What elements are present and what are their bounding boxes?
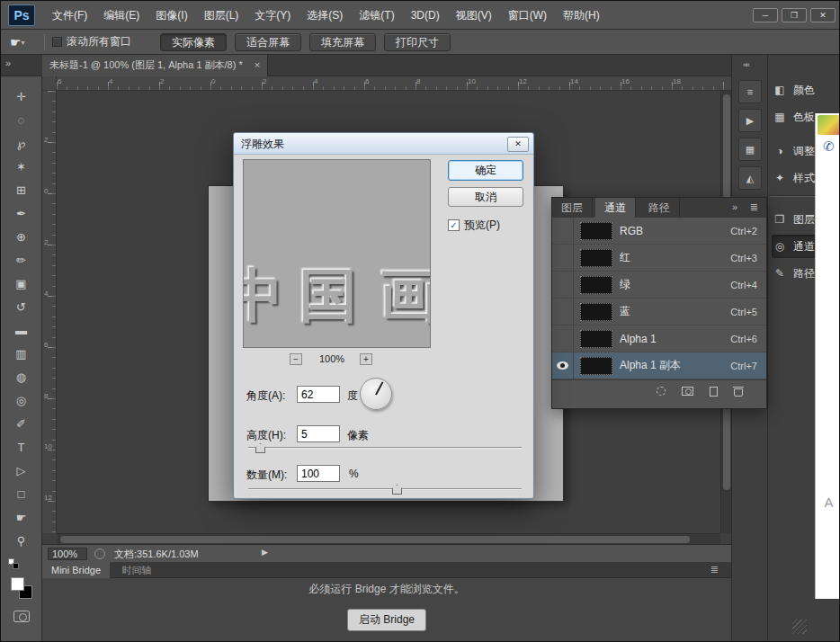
panel-collapse-icon[interactable]: » [732, 201, 737, 212]
menu-select[interactable]: 选择(S) [299, 1, 351, 30]
tab-close-icon[interactable]: × [255, 59, 260, 70]
visibility-toggle[interactable] [552, 272, 574, 299]
phone-icon[interactable]: ✆ [816, 138, 840, 155]
hand-tool-preset-icon[interactable]: ☛▾ [10, 35, 37, 49]
marquee-tool[interactable]: ◌ [10, 109, 33, 132]
healing-brush-tool[interactable]: ⊕ [10, 226, 33, 249]
status-options-arrow-icon[interactable]: ▶ [262, 548, 268, 557]
launch-bridge-button[interactable]: 启动 Bridge [347, 609, 426, 631]
scroll-all-windows-option[interactable]: 滚动所有窗口 [52, 34, 131, 49]
rectangle-tool[interactable]: □ [10, 483, 33, 506]
height-slider[interactable] [248, 442, 522, 453]
preview-checkbox[interactable]: ✓ [448, 219, 460, 231]
channel-row-rgb[interactable]: RGB Ctrl+2 [552, 218, 766, 245]
menu-type[interactable]: 文字(Y) [246, 1, 299, 30]
zoom-tool[interactable]: ⚲ [10, 530, 33, 553]
navigator-panel-icon[interactable]: ◭ [738, 166, 762, 190]
fill-screen-button[interactable]: 填充屏幕 [309, 33, 376, 51]
scroll-all-windows-checkbox[interactable] [52, 37, 62, 47]
toolbar-expand-icon[interactable]: » [5, 58, 11, 68]
amount-slider[interactable] [248, 484, 522, 495]
minimize-button[interactable]: ─ [753, 8, 778, 22]
slider-handle[interactable] [255, 443, 265, 453]
color-panel-button[interactable]: ◧ 颜色 [772, 78, 838, 102]
angle-input[interactable] [297, 386, 340, 403]
tab-timeline[interactable]: 时间轴 [112, 562, 160, 578]
dodge-tool[interactable]: ◎ [10, 389, 33, 413]
height-input[interactable] [297, 425, 340, 442]
visibility-toggle[interactable] [552, 245, 574, 272]
eyedropper-tool[interactable]: ✒ [10, 202, 33, 226]
histogram-panel-icon[interactable]: ▦ [738, 138, 762, 161]
menu-file[interactable]: 文件(F) [44, 1, 95, 30]
channel-row-alpha1-copy[interactable]: Alpha 1 副本 Ctrl+7 [552, 352, 766, 379]
preview-option[interactable]: ✓ 预览(P) [448, 218, 500, 233]
visibility-toggle[interactable] [552, 299, 574, 325]
clone-stamp-tool[interactable]: ▣ [10, 272, 33, 296]
zoom-level-field[interactable]: 100% [48, 548, 87, 560]
panel-menu-icon[interactable]: ≣ [710, 564, 719, 575]
actions-panel-icon[interactable]: ▶ [738, 109, 762, 132]
thumbnail-image[interactable] [818, 115, 840, 135]
foreground-background-swatches[interactable] [10, 576, 33, 600]
move-tool[interactable]: ✛ [10, 85, 33, 109]
brush-tool[interactable]: ✏ [10, 249, 33, 272]
filter-preview-box[interactable]: 中 国 画 [243, 159, 431, 348]
blur-tool[interactable]: ◍ [10, 366, 33, 389]
horizontal-scrollbar[interactable] [57, 533, 720, 544]
menu-help[interactable]: 帮助(H) [555, 1, 608, 30]
load-selection-button[interactable] [657, 387, 666, 396]
crop-tool[interactable]: ⊞ [10, 179, 33, 202]
menu-image[interactable]: 图像(I) [147, 1, 195, 30]
dock-collapse-icon[interactable]: «« [743, 60, 748, 69]
lasso-tool[interactable]: ℘ [10, 132, 33, 156]
menu-layer[interactable]: 图层(L) [196, 1, 247, 30]
foreground-color-swatch[interactable] [11, 577, 24, 591]
panel-menu-icon[interactable]: ≣ [750, 201, 758, 213]
zoom-in-button[interactable]: + [360, 353, 372, 365]
close-button[interactable]: ✕ [810, 8, 836, 22]
horizontal-scrollbar-thumb[interactable] [60, 536, 690, 543]
path-selection-tool[interactable]: ▷ [10, 459, 33, 483]
menu-3d[interactable]: 3D(D) [403, 1, 448, 30]
pen-tool[interactable]: ✐ [10, 413, 33, 436]
menu-filter[interactable]: 滤镜(T) [351, 1, 402, 30]
slider-handle[interactable] [392, 485, 402, 495]
tab-layers[interactable]: 图层 [552, 198, 593, 218]
visibility-toggle[interactable] [552, 325, 574, 352]
tab-paths[interactable]: 路径 [639, 198, 680, 218]
history-panel-icon[interactable]: ≡ [738, 80, 762, 103]
quick-selection-tool[interactable]: ✶ [10, 156, 33, 179]
resize-grip[interactable] [792, 620, 807, 634]
tab-channels[interactable]: 通道 [595, 198, 636, 218]
history-brush-tool[interactable]: ↺ [10, 296, 33, 319]
maximize-button[interactable]: ❐ [782, 8, 807, 22]
quick-mask-button[interactable] [13, 611, 30, 622]
visibility-toggle[interactable] [552, 218, 574, 245]
menu-window[interactable]: 窗口(W) [500, 1, 555, 30]
eraser-tool[interactable]: ▬ [10, 319, 33, 343]
channel-row-blue[interactable]: 蓝 Ctrl+5 [552, 299, 766, 325]
dialog-title[interactable]: 浮雕效果 [234, 133, 533, 155]
save-selection-button[interactable] [682, 387, 693, 396]
type-tool[interactable]: T [10, 436, 33, 459]
actual-pixels-button[interactable]: 实际像素 [160, 33, 227, 51]
channel-row-green[interactable]: 绿 Ctrl+4 [552, 272, 766, 299]
document-tab[interactable]: 未标题-1 @ 100% (图层 1, Alpha 1 副本/8) * × [42, 55, 268, 76]
status-icon[interactable] [94, 548, 105, 559]
print-size-button[interactable]: 打印尺寸 [384, 33, 451, 51]
delete-channel-button[interactable] [734, 386, 743, 397]
tab-mini-bridge[interactable]: Mini Bridge [42, 562, 110, 578]
visibility-toggle[interactable] [552, 352, 574, 379]
zoom-out-button[interactable]: − [290, 353, 302, 365]
menu-view[interactable]: 视图(V) [448, 1, 500, 30]
channel-row-red[interactable]: 红 Ctrl+3 [552, 245, 766, 272]
cancel-button[interactable]: 取消 [448, 187, 523, 207]
default-colors-icon[interactable] [8, 558, 19, 569]
dialog-close-button[interactable]: ✕ [507, 137, 529, 152]
hand-tool[interactable]: ☛ [10, 506, 33, 530]
ok-button[interactable]: 确定 [448, 160, 523, 181]
angle-dial[interactable] [360, 378, 392, 410]
menu-edit[interactable]: 编辑(E) [95, 1, 147, 30]
fit-screen-button[interactable]: 适合屏幕 [235, 33, 301, 51]
